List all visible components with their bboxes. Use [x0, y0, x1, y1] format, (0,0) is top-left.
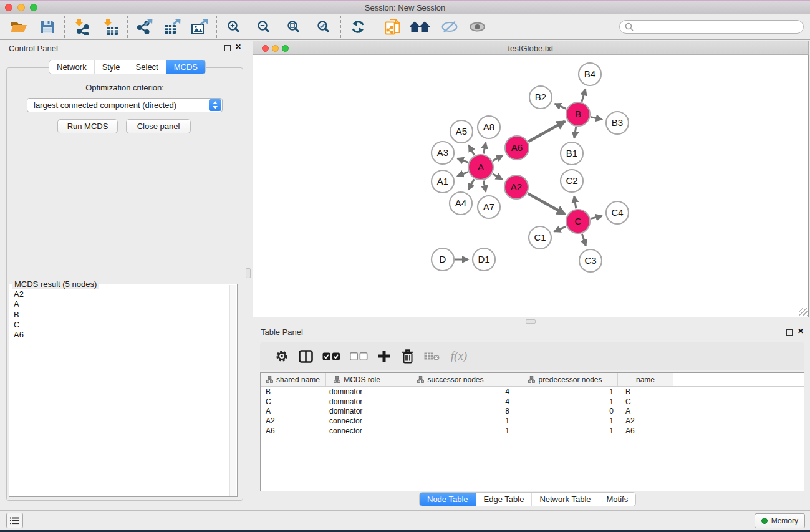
function-icon[interactable]: f(x) — [445, 346, 473, 367]
graph-edge-A-A4[interactable] — [468, 179, 474, 190]
graph-node-C2[interactable]: C2 — [561, 170, 583, 192]
graph-node-C[interactable]: C — [566, 210, 590, 233]
tab-node-table[interactable]: Node Table — [420, 493, 476, 506]
graph-node-D1[interactable]: D1 — [473, 248, 495, 271]
graph-edge-A-A5[interactable] — [469, 145, 475, 155]
split-columns-icon[interactable] — [295, 346, 316, 367]
vertical-splitter-grip[interactable] — [246, 268, 251, 278]
trash-icon[interactable] — [397, 346, 418, 367]
graph-edge-C-C2[interactable] — [574, 196, 576, 209]
graph-node-A3[interactable]: A3 — [432, 142, 454, 164]
graph-edge-A-A6[interactable] — [493, 155, 503, 160]
graph-edge-B-B2[interactable] — [555, 104, 566, 109]
graph-edge-C-C1[interactable] — [554, 226, 566, 231]
list-scrollbar[interactable] — [229, 285, 236, 496]
eye-icon[interactable] — [467, 16, 487, 37]
tab-edge-table[interactable]: Edge Table — [476, 493, 532, 506]
tab-mcds[interactable]: MCDS — [166, 60, 205, 74]
tab-style[interactable]: Style — [94, 60, 128, 74]
tab-motifs[interactable]: Motifs — [599, 493, 636, 506]
graph-node-A[interactable]: A — [468, 155, 493, 180]
table-close-icon[interactable]: ✕ — [798, 327, 804, 336]
network-canvas[interactable]: AA1A2A3A4A5A6A7A8BB1B2B3B4CC1C2C3C4DD1 — [253, 55, 809, 317]
graph-node-B1[interactable]: B1 — [561, 142, 583, 165]
graph-node-B4[interactable]: B4 — [579, 63, 601, 85]
graph-node-D[interactable]: D — [432, 248, 454, 271]
graph-edge-B-B1[interactable] — [574, 127, 576, 138]
graph-edge-A-A8[interactable] — [483, 143, 486, 154]
graph-node-C3[interactable]: C3 — [579, 249, 602, 272]
close-panel-button[interactable]: Close panel — [126, 119, 191, 133]
export-network-icon[interactable] — [135, 16, 155, 37]
table-row[interactable]: A2connector11A2 — [261, 416, 804, 426]
mcds-result-item[interactable]: C — [10, 320, 229, 330]
graph-node-B3[interactable]: B3 — [606, 112, 629, 134]
mcds-result-item[interactable]: B — [10, 310, 229, 320]
column-header-predecessor-nodes[interactable]: predecessor nodes — [513, 373, 618, 386]
eye-slash-icon[interactable] — [440, 16, 460, 37]
column-header-successor-nodes[interactable]: successor nodes — [388, 373, 513, 386]
graph-node-A2[interactable]: A2 — [504, 175, 528, 199]
graph-node-A5[interactable]: A5 — [450, 120, 473, 143]
zoom-out-icon[interactable] — [254, 16, 274, 37]
gear-icon[interactable] — [271, 346, 292, 367]
search-input[interactable] — [619, 20, 804, 34]
table-row[interactable]: Cdominator41C — [261, 397, 804, 407]
zoom-fit-icon[interactable] — [284, 16, 304, 37]
delete-table-icon[interactable] — [421, 346, 442, 367]
horizontal-splitter-grip[interactable] — [526, 319, 536, 324]
new-network-from-selection-icon[interactable] — [382, 16, 402, 37]
memory-button[interactable]: Memory — [755, 513, 805, 528]
graph-node-B2[interactable]: B2 — [529, 86, 552, 109]
mcds-result-item[interactable]: A6 — [10, 330, 229, 340]
graph-node-C4[interactable]: C4 — [606, 201, 629, 224]
refresh-icon[interactable] — [348, 16, 368, 37]
close-panel-icon[interactable]: ✕ — [235, 42, 241, 51]
open-session-icon[interactable] — [9, 16, 29, 37]
graph-edge-C-C3[interactable] — [582, 234, 586, 246]
add-icon[interactable] — [374, 346, 395, 367]
export-table-icon[interactable] — [162, 16, 182, 37]
import-table-icon[interactable] — [100, 16, 120, 37]
float-panel-icon[interactable] — [224, 45, 231, 51]
table-row[interactable]: Bdominator41B — [261, 387, 804, 397]
run-mcds-button[interactable]: Run MCDS — [57, 119, 118, 133]
tab-network[interactable]: Network — [49, 60, 94, 74]
table-row[interactable]: A6connector11A6 — [261, 426, 804, 436]
graph-edge-C-C4[interactable] — [591, 216, 602, 218]
select-all-icon[interactable] — [319, 346, 344, 367]
table-float-icon[interactable] — [786, 329, 793, 336]
double-home-icon[interactable] — [407, 16, 432, 37]
import-network-icon[interactable] — [72, 16, 92, 37]
save-session-icon[interactable] — [37, 16, 57, 37]
graph-node-A4[interactable]: A4 — [450, 192, 472, 215]
graph-edge-A6-B[interactable] — [528, 122, 565, 142]
graph-edge-A-A1[interactable] — [457, 172, 468, 176]
graph-node-B[interactable]: B — [566, 102, 590, 126]
deselect-all-icon[interactable] — [346, 346, 371, 367]
criterion-select[interactable]: largest connected component (directed) — [27, 98, 223, 112]
zoom-in-icon[interactable] — [224, 16, 244, 37]
graph-edge-B-B3[interactable] — [591, 117, 602, 120]
graph-edge-B-B4[interactable] — [582, 89, 586, 102]
task-history-button[interactable] — [6, 513, 23, 528]
tab-network-table[interactable]: Network Table — [531, 493, 598, 506]
graph-edge-A-A3[interactable] — [457, 158, 468, 162]
network-window-titlebar[interactable]: testGlobe.txt — [253, 41, 809, 55]
graph-edge-A-A2[interactable] — [493, 174, 502, 180]
graph-edge-A2-C[interactable] — [528, 193, 565, 214]
column-header-shared-name[interactable]: shared name — [261, 373, 326, 386]
table-row[interactable]: Adominator80A — [261, 406, 804, 416]
graph-node-A6[interactable]: A6 — [505, 136, 529, 160]
export-image-icon[interactable] — [190, 16, 210, 37]
graph-node-A1[interactable]: A1 — [432, 170, 454, 193]
mcds-result-list[interactable]: A2ABCA6 — [10, 289, 229, 496]
column-header-MCDS-role[interactable]: MCDS role — [326, 373, 388, 386]
mcds-result-item[interactable]: A2 — [10, 289, 229, 299]
zoom-selected-icon[interactable] — [314, 16, 334, 37]
tab-select[interactable]: Select — [128, 60, 166, 74]
graph-edge-A-A7[interactable] — [483, 181, 486, 192]
graph-node-A7[interactable]: A7 — [478, 196, 500, 218]
column-header-name[interactable]: name — [618, 373, 673, 386]
window-resize-grip[interactable] — [799, 308, 808, 316]
